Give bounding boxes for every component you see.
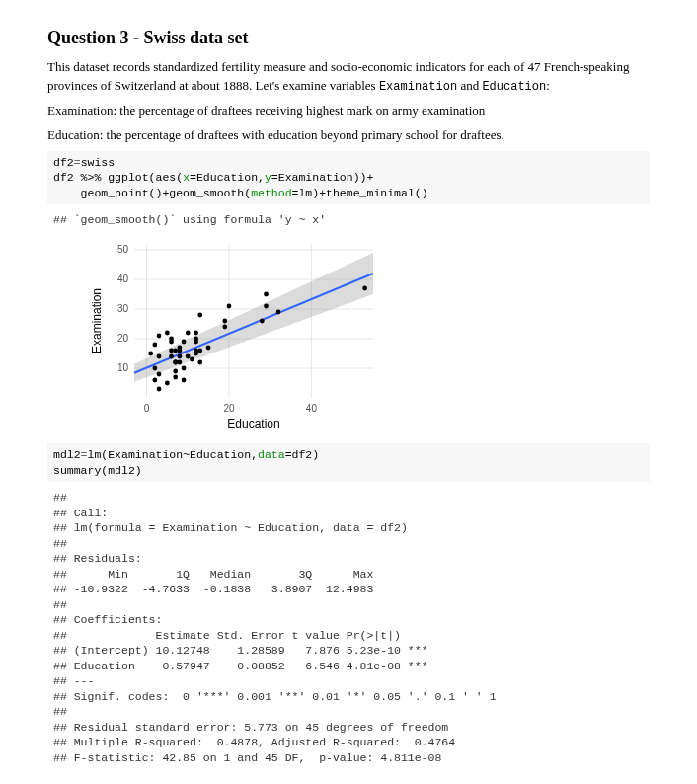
code-token: mdl2: [53, 448, 81, 461]
code-token: y: [265, 171, 271, 184]
code-token: lm(Examination~Education,: [88, 448, 259, 461]
geom-smooth-message: ## `geom_smooth()` using formula 'y ~ x': [47, 210, 650, 230]
code-token: df2 %>% ggplot(aes(: [53, 171, 183, 184]
svg-point-45: [222, 325, 227, 330]
svg-point-35: [227, 304, 232, 309]
chart-svg: 020401020304050EducationExamination: [87, 236, 383, 433]
svg-point-29: [173, 360, 178, 365]
svg-text:Examination: Examination: [90, 288, 104, 353]
code-token: =df2): [285, 448, 320, 461]
svg-point-31: [165, 331, 170, 336]
svg-text:40: 40: [117, 274, 129, 284]
page-title: Question 3 - Swiss data set: [47, 28, 650, 48]
svg-point-50: [169, 340, 174, 345]
svg-point-51: [157, 372, 162, 377]
code-block-plot: df2=swiss df2 %>% ggplot(aes(x=Education…: [47, 151, 650, 205]
svg-point-61: [264, 304, 269, 309]
svg-point-36: [182, 340, 187, 345]
svg-point-24: [177, 354, 182, 359]
svg-point-23: [173, 349, 178, 353]
svg-text:20: 20: [223, 403, 235, 414]
svg-text:0: 0: [144, 403, 150, 414]
svg-text:20: 20: [117, 333, 129, 344]
svg-point-49: [152, 366, 157, 371]
svg-point-18: [182, 378, 187, 383]
svg-point-58: [276, 310, 281, 315]
svg-point-54: [197, 360, 202, 365]
svg-text:Education: Education: [227, 417, 279, 431]
svg-point-26: [197, 349, 202, 353]
svg-point-43: [157, 334, 162, 339]
code-block-model: mdl2=lm(Examination~Education,data=df2) …: [47, 443, 650, 482]
svg-point-62: [264, 292, 269, 297]
code-token: swiss: [81, 156, 116, 169]
svg-point-57: [197, 313, 202, 318]
code-token: =: [81, 448, 88, 461]
edu-description: Education: the percentage of draftees wi…: [47, 126, 650, 145]
svg-point-39: [194, 331, 198, 336]
code-token: method: [251, 187, 291, 199]
code-token: geom_point()+geom_smooth(: [53, 187, 251, 199]
exam-description: Examination: the percentage of draftees …: [47, 102, 650, 120]
svg-text:40: 40: [306, 403, 318, 414]
code-token: df2: [53, 156, 74, 169]
svg-point-60: [362, 286, 367, 291]
code-token: =: [74, 156, 81, 169]
svg-point-53: [157, 387, 162, 392]
svg-point-52: [182, 366, 187, 371]
svg-point-56: [190, 357, 194, 362]
code-token: =lm)+theme_minimal(): [292, 187, 428, 199]
svg-point-37: [186, 331, 191, 336]
svg-point-27: [169, 354, 174, 359]
code-token: =Education,: [190, 171, 265, 184]
svg-point-46: [177, 360, 182, 365]
code-token: x: [183, 171, 190, 184]
svg-point-63: [222, 319, 227, 324]
svg-point-47: [152, 378, 157, 383]
scatter-chart: 020401020304050EducationExamination: [87, 236, 650, 433]
svg-point-30: [194, 340, 198, 345]
svg-point-21: [206, 346, 211, 351]
code-token: summary(mdl2): [53, 464, 142, 477]
code-token: =Examination))+: [271, 171, 374, 184]
svg-text:50: 50: [117, 244, 129, 255]
svg-point-55: [194, 349, 198, 353]
svg-point-38: [157, 354, 162, 359]
svg-point-32: [152, 343, 157, 348]
svg-point-19: [165, 381, 170, 386]
svg-point-42: [177, 349, 182, 353]
code-token: data: [258, 448, 285, 461]
intro-paragraph: This dataset records standardized fertil…: [47, 58, 650, 96]
intro-text-end: :: [546, 78, 550, 93]
svg-point-44: [186, 354, 191, 359]
lm-summary-output: ## ## Call: ## lm(formula = Examination …: [47, 488, 650, 767]
svg-text:10: 10: [117, 362, 129, 373]
intro-text-mid: and: [457, 78, 482, 93]
intro-code-edu: Education: [482, 80, 546, 94]
svg-text:30: 30: [117, 303, 129, 314]
svg-point-22: [173, 369, 178, 374]
svg-point-34: [260, 319, 265, 324]
svg-point-41: [148, 352, 153, 356]
intro-code-exam: Examination: [379, 80, 457, 94]
svg-point-48: [169, 349, 174, 353]
svg-point-59: [173, 375, 178, 380]
